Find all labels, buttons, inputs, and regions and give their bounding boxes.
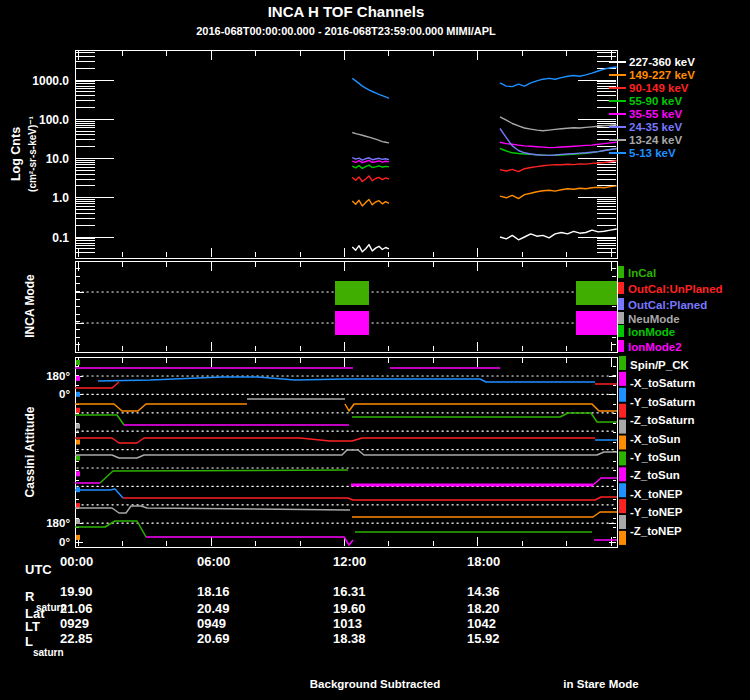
legend-label-energy: 227-360 keV <box>629 56 695 68</box>
ytick-label: 10.0 <box>46 152 70 166</box>
footer-value: 16.31 <box>333 584 366 599</box>
legend-label-mode: IonMode <box>628 326 675 338</box>
mode-legend-chip <box>618 325 624 337</box>
attitude-edge-chip-left <box>76 376 80 381</box>
footer-value: 19.90 <box>60 584 93 599</box>
attitude-edge-chip-right <box>619 436 626 450</box>
degree-tick-label: 180° <box>46 517 70 529</box>
legend-label-energy: 13-24 keV <box>629 134 682 146</box>
footer-value: 0949 <box>197 616 226 631</box>
chart-subtitle: 2016-068T00:00:00.000 - 2016-068T23:59:0… <box>196 25 496 37</box>
legend-label-energy: 149-227 keV <box>629 69 695 81</box>
footer-row-label: L <box>25 634 33 649</box>
legend-label-attitude: -Y_toNEP <box>630 506 683 518</box>
plot-canvas: INCA H TOF Channels2016-068T00:00:00.000… <box>0 0 750 700</box>
legend-label-mode: OutCal:UnPlaned <box>628 283 723 295</box>
annotation-stare-mode: in Stare Mode <box>563 678 638 690</box>
legend-label-attitude: -X_toSaturn <box>630 377 695 389</box>
attitude-edge-chip-right <box>619 388 626 402</box>
footer-row-label: UTC <box>25 562 52 577</box>
footer-value: 19.60 <box>333 601 366 616</box>
degree-tick-label: 0° <box>59 388 70 400</box>
mode-legend-chip <box>618 282 624 294</box>
footer-value: 15.92 <box>467 631 500 646</box>
legend-label-attitude: -X_toSun <box>630 433 680 445</box>
counts-axis-title: Log Cnts <box>9 127 23 181</box>
footer-value: 20.69 <box>197 631 230 646</box>
footer-row-label: LT <box>25 619 40 634</box>
mode-legend-chip <box>618 340 624 352</box>
ytick-label: 1.0 <box>52 191 69 205</box>
ytick-label: 0.1 <box>52 231 69 245</box>
ytick-label: 1000.0 <box>32 74 69 88</box>
attitude-edge-chip-right <box>619 531 626 545</box>
attitude-edge-chip-left <box>76 424 80 429</box>
legend-label-energy: 5-13 keV <box>629 147 676 159</box>
degree-tick-label: 0° <box>59 536 70 548</box>
chart-title: INCA H TOF Channels <box>268 3 425 20</box>
legend-label-energy: 24-35 keV <box>629 121 682 133</box>
attitude-edge-chip-left <box>76 408 80 413</box>
utc-tick-label: 00:00 <box>60 554 93 569</box>
attitude-edge-chip-right <box>619 499 626 513</box>
degree-tick-label: 180° <box>46 370 70 382</box>
legend-label-mode: OutCal:Planed <box>628 299 707 311</box>
mode-block-lower <box>335 311 369 335</box>
attitude-edge-chip-left <box>76 360 80 365</box>
attitude-edge-chip-left <box>76 392 80 397</box>
inca-tof-figure: INCA H TOF Channels2016-068T00:00:00.000… <box>0 0 750 700</box>
annotation-background-subtracted: Background Subtracted <box>310 678 440 690</box>
legend-label-attitude: -X_toNEP <box>630 488 683 500</box>
legend-label-mode: InCal <box>628 267 656 279</box>
legend-label-mode: IonMode2 <box>628 341 682 353</box>
legend-label-attitude: -Y_toSaturn <box>630 396 695 408</box>
legend-label-mode: NeuMode <box>628 313 680 325</box>
ytick-label: 100.0 <box>39 113 69 127</box>
mode-axis-title: INCA Mode <box>23 274 37 338</box>
legend-label-energy: 35-55 keV <box>629 108 682 120</box>
legend-label-attitude: -Z_toSun <box>630 469 680 481</box>
footer-value: 20.49 <box>197 601 230 616</box>
utc-tick-label: 18:00 <box>467 554 500 569</box>
attitude-edge-chip-right <box>619 467 626 481</box>
counts-axis-units: (cm²-sr-s-keV)⁻¹ <box>27 115 38 192</box>
footer-row-label-subscript: saturn <box>33 647 64 658</box>
mode-block-upper <box>576 281 617 305</box>
legend-label-attitude: -Y_toSun <box>630 451 680 463</box>
footer-value: 0929 <box>60 616 89 631</box>
mode-block-upper <box>335 281 369 305</box>
footer-value: 1042 <box>467 616 496 631</box>
utc-tick-label: 12:00 <box>333 554 366 569</box>
footer-row-label: R <box>25 589 35 604</box>
footer-value: 18.38 <box>333 631 366 646</box>
legend-label-attitude: Spin/P_CK <box>630 359 689 371</box>
mode-legend-chip <box>618 312 624 324</box>
footer-value: 18.20 <box>467 601 500 616</box>
attitude-edge-chip-right <box>619 451 626 465</box>
footer-value: 22.85 <box>60 631 93 646</box>
attitude-edge-chip-right <box>619 420 626 434</box>
attitude-edge-chip-left <box>76 471 80 476</box>
attitude-edge-chip-right <box>619 372 626 386</box>
attitude-axis-title: Cassini Attitude <box>23 406 37 497</box>
footer-value: 18.16 <box>197 584 230 599</box>
legend-label-energy: 55-90 keV <box>629 95 682 107</box>
attitude-edge-chip-left <box>76 519 80 524</box>
attitude-edge-chip-right <box>619 404 626 418</box>
utc-tick-label: 06:00 <box>197 554 230 569</box>
mode-legend-chip <box>618 298 624 310</box>
attitude-edge-chip-left <box>76 440 80 445</box>
footer-value: 21.06 <box>60 601 93 616</box>
attitude-edge-chip-right <box>619 515 626 529</box>
attitude-edge-chip-right <box>619 483 626 497</box>
mode-legend-chip <box>618 266 624 278</box>
attitude-edge-chip-left <box>76 455 80 460</box>
mode-block-lower <box>576 311 617 335</box>
legend-label-attitude: -Z_toNEP <box>630 525 682 537</box>
attitude-edge-chip-right <box>619 356 626 370</box>
attitude-edge-chip-left <box>76 535 80 540</box>
footer-value: 1013 <box>333 616 362 631</box>
legend-label-energy: 90-149 keV <box>629 82 689 94</box>
legend-label-attitude: -Z_toSaturn <box>630 414 695 426</box>
footer-value: 14.36 <box>467 584 500 599</box>
